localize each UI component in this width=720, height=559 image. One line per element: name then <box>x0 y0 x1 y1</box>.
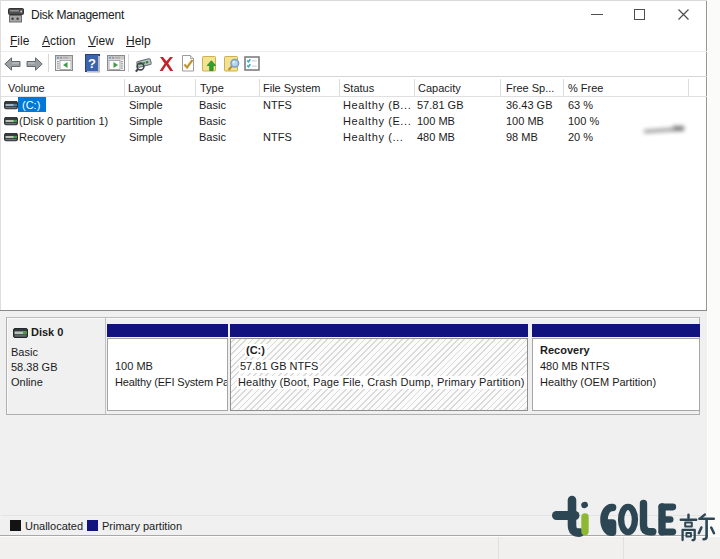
svg-text:?: ? <box>88 56 96 71</box>
